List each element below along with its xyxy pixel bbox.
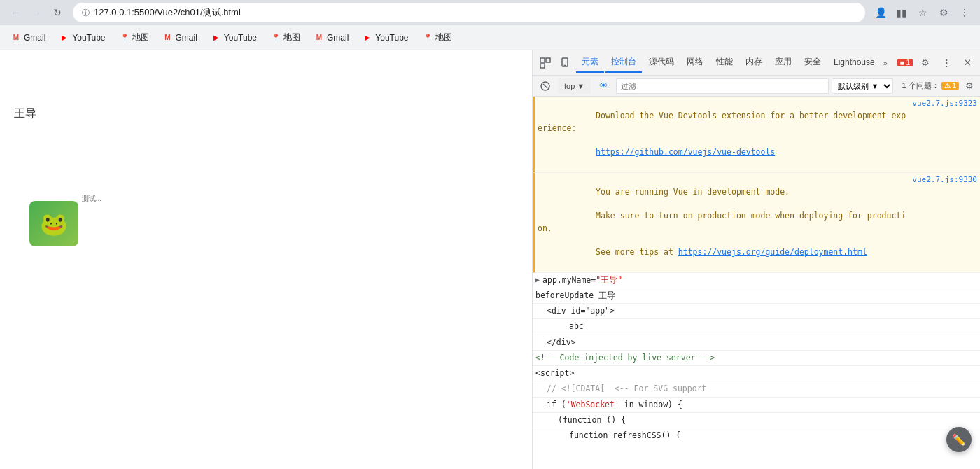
browser-toolbar-icons: 👤 ▮▮ ☆ ⚙ ⋮: [871, 3, 974, 22]
refresh-button[interactable]: ↻: [48, 3, 67, 22]
more-button[interactable]: ⋮: [955, 3, 974, 22]
console-eye-btn[interactable]: 👁: [594, 76, 613, 96]
devtools-tab-elements[interactable]: 元素: [576, 53, 604, 73]
bookmark-gmail-1[interactable]: M Gmail: [6, 29, 51, 46]
console-text-divapp: <div id="app">: [536, 305, 977, 317]
bookmark-maps-2[interactable]: 📍 地图: [265, 29, 306, 46]
vudevtools-link[interactable]: https://github.com/vuejs/vue-devtools: [596, 147, 775, 157]
back-button[interactable]: ←: [6, 3, 25, 22]
devtools-device-btn[interactable]: [555, 53, 575, 73]
expand-icon-myname[interactable]: ▶: [536, 274, 540, 286]
console-clear-btn[interactable]: [536, 76, 555, 96]
console-text-beforeupdate: beforeUpdate 王导: [536, 290, 977, 302]
bookmarks-bar: M Gmail ▶ YouTube 📍 地图 M Gmail ▶ YouTube…: [0, 25, 980, 50]
console-text-devmode: You are running Vue in development mode.…: [538, 174, 906, 271]
console-line-divapp: <div id="app">: [533, 304, 980, 319]
console-text-websocket: if ('WebSocket' in window) {: [536, 399, 977, 411]
console-line-func1: (function () {: [533, 413, 980, 428]
devtools-close-btn[interactable]: ✕: [958, 53, 977, 73]
devtools-inspect-btn[interactable]: [536, 53, 555, 73]
devtools-tab-performance[interactable]: 性能: [710, 53, 738, 73]
bookmark-gmail-3[interactable]: M Gmail: [309, 29, 354, 46]
gmail-icon-1: M: [11, 33, 21, 43]
extensions-button[interactable]: ⚙: [934, 3, 953, 22]
bookmark-maps-1[interactable]: 📍 地图: [114, 29, 155, 46]
console-line-closediv: </div>: [533, 335, 980, 351]
youtube-icon-3: ▶: [363, 33, 372, 43]
console-error-badge: ■ 1: [897, 59, 913, 66]
devtools-left-icons: [536, 53, 575, 73]
console-issues-badge: 1 个问题： ⚠ 1: [902, 80, 959, 91]
floating-pen-btn[interactable]: ✏️: [946, 427, 972, 452]
console-top-dropdown[interactable]: top ▼: [558, 78, 591, 94]
sticker-emoji: 🐸: [40, 211, 68, 237]
devtools-overflow-btn[interactable]: ⋮: [937, 53, 956, 73]
pen-icon: ✏️: [952, 433, 966, 447]
bookmark-label-maps-2: 地图: [284, 31, 300, 43]
cast-button[interactable]: ▮▮: [892, 3, 911, 22]
console-filter-input[interactable]: [616, 78, 829, 94]
console-text-myname: app.myName="王导": [542, 274, 977, 286]
bookmark-label-maps-1: 地图: [132, 31, 149, 43]
bookmark-maps-3[interactable]: 📍 地图: [417, 29, 458, 46]
console-output[interactable]: Download the Vue Devtools extension for …: [533, 97, 980, 438]
corner-decoration: 🐸: [29, 201, 78, 246]
console-text-abc: abc: [536, 321, 977, 332]
devtools-tab-application[interactable]: 应用: [769, 53, 797, 73]
bookmark-label-maps-3: 地图: [435, 31, 452, 43]
devtools-more-tabs[interactable]: »: [883, 59, 888, 67]
bookmark-gmail-2[interactable]: M Gmail: [158, 29, 203, 46]
console-line-abc: abc: [533, 319, 980, 335]
console-source-vudevtools[interactable]: vue2.7.js:9323: [906, 98, 977, 171]
devtools-toolbar: 元素 控制台 源代码 网络 性能 内存 应用 安全 Lighthouse » ■…: [533, 50, 980, 76]
gmail-icon-2: M: [163, 33, 173, 43]
svg-rect-2: [540, 64, 545, 68]
issues-label: 1 个问题：: [902, 80, 939, 91]
console-line-script: <script>: [533, 366, 980, 382]
console-text-closediv: </div>: [536, 337, 977, 349]
bookmark-button[interactable]: ☆: [913, 3, 932, 22]
profile-button[interactable]: 👤: [871, 3, 890, 22]
svg-rect-0: [540, 58, 545, 62]
url-text: 127.0.0.1:5500/Vue2/ch01/测试.html: [94, 6, 856, 19]
bookmark-youtube-1[interactable]: ▶ YouTube: [54, 29, 111, 46]
devtools-tab-security[interactable]: 安全: [799, 53, 827, 73]
bookmark-youtube-2[interactable]: ▶ YouTube: [206, 29, 262, 46]
devtools-right-section: ■ 1 ⚙ ⋮ ✕: [897, 53, 977, 73]
maps-icon-1: 📍: [120, 33, 130, 43]
console-level-select[interactable]: 默认级别 ▼: [832, 78, 893, 94]
console-context-label: top ▼: [564, 82, 584, 90]
bookmark-youtube-3[interactable]: ▶ YouTube: [357, 29, 414, 46]
address-bar[interactable]: ⓘ 127.0.0.1:5500/Vue2/ch01/测试.html: [73, 3, 865, 22]
devtools-subtoolbar: top ▼ 👁 默认级别 ▼ 1 个问题： ⚠ 1 ⚙: [533, 76, 980, 97]
devtools-tab-network[interactable]: 网络: [681, 53, 709, 73]
console-line-beforeupdate: beforeUpdate 王导: [533, 288, 980, 304]
address-lock-icon: ⓘ: [82, 8, 90, 18]
bookmark-label-youtube-2: YouTube: [224, 33, 257, 43]
console-line-devmode: You are running Vue in development mode.…: [533, 173, 980, 273]
page-content: 王导 🐸 测试...: [0, 50, 532, 469]
console-source-devmode[interactable]: vue2.7.js:9330: [906, 174, 977, 271]
browser-frame: ← → ↻ ⓘ 127.0.0.1:5500/Vue2/ch01/测试.html…: [0, 0, 980, 469]
devtools-settings-btn[interactable]: ⚙: [916, 53, 935, 73]
console-text-liveserver-comment: <!-- Code injected by live-server -->: [536, 352, 977, 364]
devtools-tab-memory[interactable]: 内存: [740, 53, 768, 73]
console-text-func1: (function () {: [536, 414, 977, 426]
console-line-vudevtools: Download the Vue Devtools extension for …: [533, 97, 980, 173]
title-bar: ← → ↻ ⓘ 127.0.0.1:5500/Vue2/ch01/测试.html…: [0, 0, 980, 25]
forward-button[interactable]: →: [27, 3, 46, 22]
youtube-icon-1: ▶: [59, 33, 69, 43]
issues-count-badge: ⚠ 1: [941, 82, 959, 90]
gmail-icon-3: M: [314, 33, 324, 43]
devtools-tab-sources[interactable]: 源代码: [643, 53, 680, 73]
bookmark-label-gmail-3: Gmail: [327, 33, 349, 43]
devtools-tab-lighthouse[interactable]: Lighthouse: [828, 53, 881, 73]
bookmark-label-youtube-1: YouTube: [72, 33, 105, 43]
youtube-icon-2: ▶: [211, 33, 221, 43]
vuejs-guide-link[interactable]: https://vuejs.org/guide/deployment.html: [678, 247, 867, 257]
console-text-cdata: // <![CDATA[ <-- For SVG support: [536, 383, 977, 395]
nav-buttons: ← → ↻: [6, 3, 67, 22]
console-settings-btn[interactable]: ⚙: [962, 78, 977, 94]
devtools-tab-console[interactable]: 控制台: [606, 53, 642, 73]
console-line-websocket: if ('WebSocket' in window) {: [533, 398, 980, 413]
